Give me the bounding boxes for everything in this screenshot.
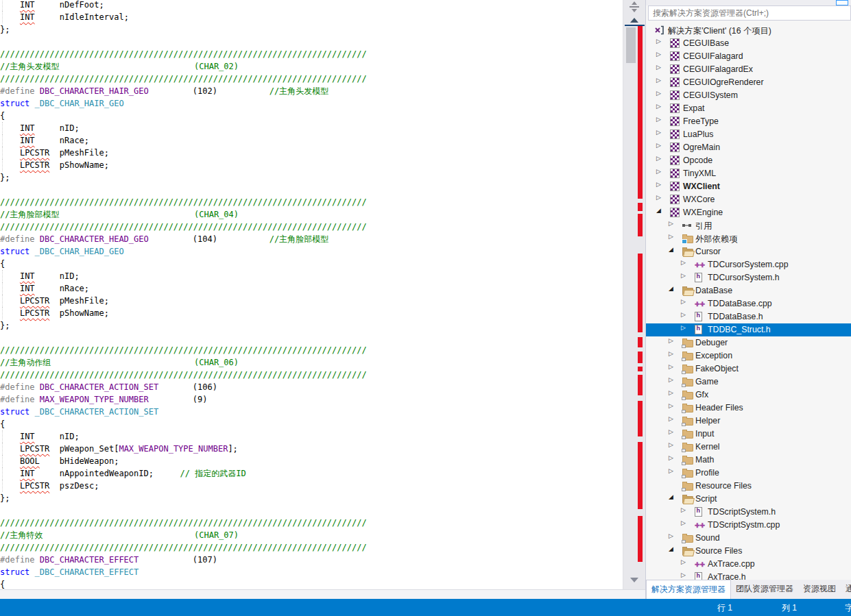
collapse-arrow-icon[interactable]: ◢ xyxy=(656,207,661,214)
splitter-handle-icon[interactable] xyxy=(629,1,640,12)
expand-arrow-icon[interactable]: ▷ xyxy=(681,506,686,513)
folder-closed-icon xyxy=(682,481,693,493)
code-editor[interactable]: INT nDefFoot; INT nIdleInterval;};//////… xyxy=(0,0,623,589)
tree-item[interactable]: ▷外部依赖项 xyxy=(646,232,851,245)
expand-arrow-icon[interactable]: ▷ xyxy=(681,311,686,318)
expand-arrow-icon[interactable]: ▷ xyxy=(656,116,661,123)
tree-item[interactable]: 解决方案'Client' (16 个项目) xyxy=(646,24,851,37)
code-line: //主角头发模型(CHAR_02) xyxy=(0,60,623,73)
expand-arrow-icon[interactable]: ▷ xyxy=(656,168,661,175)
expand-arrow-icon[interactable]: ▷ xyxy=(681,298,686,305)
expand-arrow-icon[interactable]: ▷ xyxy=(681,519,686,526)
expand-arrow-icon[interactable]: ▷ xyxy=(669,402,673,409)
tree-item[interactable]: ▷Kernel xyxy=(646,441,851,454)
tree-item[interactable]: ▷✚✚TDCursorSystem.cpp xyxy=(646,258,851,271)
tree-item[interactable]: ▷TDCursorSystem.h xyxy=(646,271,851,284)
scroll-up-icon[interactable] xyxy=(630,18,638,23)
expand-arrow-icon[interactable]: ▷ xyxy=(669,337,673,344)
tree-item[interactable]: ▷WXCore xyxy=(646,193,851,206)
expand-arrow-icon[interactable]: ▷ xyxy=(669,220,673,227)
expand-arrow-icon[interactable]: ▷ xyxy=(656,51,661,58)
expand-arrow-icon[interactable]: ▷ xyxy=(669,415,673,422)
tree-item[interactable]: ▷CEGUIOgreRenderer xyxy=(646,76,851,89)
tree-item[interactable]: ◢Script xyxy=(646,493,851,506)
expand-arrow-icon[interactable]: ▷ xyxy=(656,38,661,45)
expand-arrow-icon[interactable]: ▷ xyxy=(669,532,673,539)
tree-item[interactable]: ▷CEGUISystem xyxy=(646,89,851,102)
tree-item[interactable]: ▷TDDBC_Struct.h xyxy=(646,323,851,336)
tree-item[interactable]: ◢Cursor xyxy=(646,245,851,258)
expand-arrow-icon[interactable]: ▷ xyxy=(656,129,661,136)
tree-item[interactable]: ▷Profile xyxy=(646,467,851,480)
expand-arrow-icon[interactable]: ▷ xyxy=(669,441,673,448)
collapse-arrow-icon[interactable]: ◢ xyxy=(669,545,673,552)
tree-item[interactable]: ▷FreeType xyxy=(646,115,851,128)
tree-item[interactable]: ▷Debuger xyxy=(646,336,851,349)
tree-item[interactable]: ▷✚✚TDDataBase.cpp xyxy=(646,297,851,310)
tree-item[interactable]: ▷Sound xyxy=(646,532,851,545)
expand-arrow-icon[interactable]: ▷ xyxy=(669,428,673,435)
expand-arrow-icon[interactable]: ▷ xyxy=(669,389,673,396)
panel-tab-通知[interactable]: 通知 xyxy=(841,580,851,599)
expand-arrow-icon[interactable]: ▷ xyxy=(669,363,673,370)
tree-item[interactable]: ▷OgreMain xyxy=(646,141,851,154)
expand-arrow-icon[interactable]: ▷ xyxy=(669,350,673,357)
tree-item[interactable]: ▷✚✚TDScriptSystm.cpp xyxy=(646,519,851,532)
expand-arrow-icon[interactable]: ▷ xyxy=(681,272,686,279)
tree-item[interactable]: ▷Opcode xyxy=(646,154,851,167)
solution-search-input[interactable] xyxy=(649,6,850,20)
expand-arrow-icon[interactable]: ▷ xyxy=(669,454,673,461)
expand-arrow-icon[interactable]: ▷ xyxy=(681,259,686,266)
tree-item[interactable]: ▷CEGUIBase xyxy=(646,37,851,50)
collapse-arrow-icon[interactable]: ◢ xyxy=(669,246,673,253)
expand-arrow-icon[interactable]: ▷ xyxy=(681,324,686,331)
expand-arrow-icon[interactable]: ▷ xyxy=(656,90,661,97)
tree-item[interactable]: ▷Header Files xyxy=(646,402,851,415)
tree-item[interactable]: ▷引用 xyxy=(646,219,851,232)
tree-item[interactable]: ▷AxTrace.h xyxy=(646,571,851,580)
expand-arrow-icon[interactable]: ▷ xyxy=(681,571,686,578)
tree-item[interactable]: ▷Gfx xyxy=(646,389,851,402)
expand-arrow-icon[interactable]: ▷ xyxy=(656,77,661,84)
vertical-scrollbar[interactable] xyxy=(623,0,646,589)
tree-item[interactable]: ▷Helper xyxy=(646,415,851,428)
tree-item[interactable]: ▷Game xyxy=(646,375,851,389)
expand-arrow-icon[interactable]: ▷ xyxy=(669,467,673,474)
tree-item[interactable]: ▷WXClient xyxy=(646,180,851,193)
tree-item[interactable]: ▷CEGUIFalagardEx xyxy=(646,63,851,76)
panel-tab-解决方案资源管理器[interactable]: 解决方案资源管理器 xyxy=(646,580,731,599)
scroll-down-icon[interactable] xyxy=(630,578,638,582)
tree-item[interactable]: ▷Exception xyxy=(646,349,851,362)
tree-item[interactable]: ◢DataBase xyxy=(646,284,851,297)
expand-arrow-icon[interactable]: ▷ xyxy=(656,103,661,110)
tree-item[interactable]: ▷LuaPlus xyxy=(646,128,851,141)
expand-arrow-icon[interactable]: ▷ xyxy=(656,194,661,201)
panel-tab-团队资源管理器[interactable]: 团队资源管理器 xyxy=(731,580,798,599)
expand-arrow-icon[interactable]: ▷ xyxy=(656,142,661,149)
tree-item[interactable]: ▷FakeObject xyxy=(646,362,851,375)
tree-item[interactable]: ▷TDDataBase.h xyxy=(646,310,851,323)
tree-item[interactable]: ▷Expat xyxy=(646,102,851,115)
tree-item[interactable]: ◢Source Files xyxy=(646,545,851,558)
red-mark xyxy=(638,26,643,199)
collapse-arrow-icon[interactable]: ◢ xyxy=(669,493,673,500)
expand-arrow-icon[interactable]: ▷ xyxy=(669,233,673,240)
expand-arrow-icon[interactable]: ▷ xyxy=(681,558,686,565)
tree-item[interactable]: ▷TDScriptSystem.h xyxy=(646,506,851,519)
code-line: { xyxy=(0,418,623,430)
scrollbar-thumb[interactable] xyxy=(626,27,636,63)
tree-item[interactable]: ▷Input xyxy=(646,428,851,441)
expand-arrow-icon[interactable]: ▷ xyxy=(656,181,661,188)
tree-item[interactable]: ▷CEGUIFalagard xyxy=(646,50,851,63)
toolbar-button[interactable] xyxy=(836,0,848,5)
tree-item[interactable]: ▷Math xyxy=(646,454,851,467)
tree-item[interactable]: ▷✚✚AxTrace.cpp xyxy=(646,558,851,571)
tree-item[interactable]: Resource Files xyxy=(646,480,851,493)
expand-arrow-icon[interactable]: ▷ xyxy=(656,155,661,162)
tree-item[interactable]: ◢WXEngine xyxy=(646,206,851,219)
tree-item[interactable]: ▷TinyXML xyxy=(646,167,851,180)
collapse-arrow-icon[interactable]: ◢ xyxy=(669,285,673,292)
expand-arrow-icon[interactable]: ▷ xyxy=(669,376,673,383)
panel-tab-资源视图[interactable]: 资源视图 xyxy=(798,580,841,599)
expand-arrow-icon[interactable]: ▷ xyxy=(656,64,661,71)
